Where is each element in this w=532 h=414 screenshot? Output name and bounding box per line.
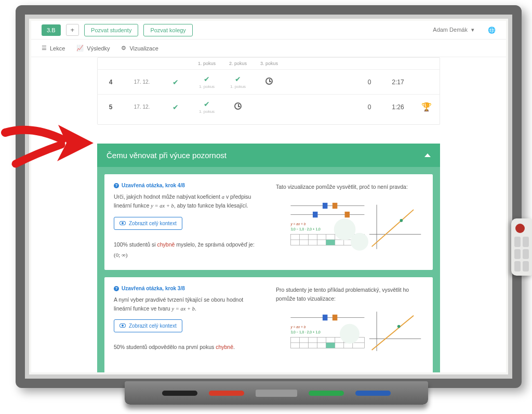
check-icon: ✔: [204, 75, 210, 83]
stats-text: 100% studentů si chybně myslelo, že sprá…: [114, 241, 261, 248]
tab-results-label: Výsledky: [87, 45, 110, 51]
tab-results[interactable]: 📈 Výsledky: [76, 45, 110, 51]
attention-title: Čemu věnovat při výuce pozornost: [107, 151, 227, 160]
row-number: 4: [98, 73, 124, 91]
app-root: 3.B + Pozvat studenty Pozvat kolegy Adam…: [31, 21, 506, 372]
show-context-button[interactable]: Zobrazit celý kontext: [114, 217, 182, 230]
stats-text: 50% studentů odpovědělo na první pokus c…: [114, 344, 261, 350]
collapse-up-icon: [424, 153, 431, 157]
svg-text:y = ax + b: y = ax + b: [290, 325, 305, 329]
invite-students-button[interactable]: Pozvat studenty: [84, 24, 138, 36]
svg-rect-25: [323, 315, 327, 320]
content-area: 1. pokus 2. pokus 3. pokus 4 17. 12.: [31, 57, 506, 372]
smartboard-frame: 3.B + Pozvat studenty Pozvat kolegy Adam…: [16, 5, 522, 388]
trophy-icon: 🏆: [421, 102, 432, 111]
svg-rect-38: [326, 343, 335, 348]
svg-point-23: [351, 233, 368, 251]
invite-colleagues-button[interactable]: Pozvat kolegy: [143, 24, 192, 36]
chart-icon: 📈: [76, 45, 84, 51]
attention-panel: Čemu věnovat při výuce pozornost ? Uzavř…: [97, 144, 440, 372]
row-date: 17. 12.: [124, 99, 160, 115]
smartboard-remote: [511, 218, 532, 276]
check-icon: ✔: [204, 100, 210, 108]
list-icon: ☰: [42, 45, 47, 51]
svg-text:3,0 − 1,0 · 2,0 + 1,0: 3,0 − 1,0 · 2,0 + 1,0: [290, 330, 321, 334]
viz-intro-text: Pro studenty je tento příklad problemati…: [276, 286, 423, 303]
results-table: 1. pokus 2. pokus 3. pokus 4 17. 12.: [97, 57, 440, 125]
tab-lessons-label: Lekce: [50, 45, 65, 51]
smartboard-screen: 3.B + Pozvat studenty Pozvat kolegy Adam…: [31, 21, 506, 372]
svg-point-43: [340, 324, 360, 344]
viz-thumbnail[interactable]: y = ax + b 3,0 − 1,0 · 2,0 + 1,0: [276, 310, 423, 372]
user-menu[interactable]: Adam Demák ▾: [433, 27, 474, 33]
svg-text:3,0 − 1,0 · 2,0 + 1,0: 3,0 − 1,0 · 2,0 + 1,0: [290, 227, 321, 231]
check-icon: ✔: [172, 78, 179, 86]
eye-icon: [119, 324, 126, 328]
question-text: A nyní vyber pravdivé tvrzení týkající s…: [114, 295, 261, 313]
add-class-button[interactable]: +: [66, 24, 79, 36]
attempt-1-header: 1. pokus: [191, 58, 222, 69]
question-label: ? Uzavřená otázka, krok 3/8: [114, 286, 261, 291]
svg-rect-17: [326, 240, 335, 245]
check-icon: ✔: [172, 103, 179, 111]
attempt-3-header: 3. pokus: [254, 58, 285, 69]
svg-line-41: [372, 316, 414, 350]
svg-rect-2: [332, 203, 337, 209]
row-date: 17. 12.: [124, 74, 160, 90]
user-name: Adam Demák: [433, 27, 468, 33]
question-icon: ?: [114, 286, 119, 291]
question-icon: ?: [114, 183, 119, 188]
attempt-sublabel: 1. pokus: [222, 84, 254, 89]
attempt-sublabel: 1. pokus: [191, 109, 222, 114]
annotation-arrow: [0, 114, 96, 172]
viz-intro-text: Tato vizualizace pomůže vysvětlit, proč …: [276, 183, 423, 191]
attention-card: ? Uzavřená otázka, krok 3/8 A nyní vyber…: [104, 277, 433, 372]
svg-rect-26: [332, 315, 337, 320]
results-header-row: 1. pokus 2. pokus 3. pokus: [98, 58, 440, 69]
svg-line-20: [372, 210, 414, 247]
attempt-sublabel: 1. pokus: [191, 84, 222, 89]
check-icon: ✔: [235, 75, 241, 83]
viz-thumbnail[interactable]: y = ax + b 3,0 − 1,0 · 2,0 + 1,0: [276, 198, 423, 261]
attention-header[interactable]: Čemu věnovat při výuce pozornost: [97, 144, 440, 167]
svg-rect-5: [345, 212, 350, 217]
sliders-icon: ⚙: [121, 45, 126, 51]
tab-lessons[interactable]: ☰ Lekce: [42, 45, 65, 51]
svg-rect-4: [313, 212, 317, 217]
row-number: 5: [98, 98, 124, 116]
wrong-answer: (0; ∞): [114, 252, 261, 258]
language-globe-icon[interactable]: 🌐: [488, 27, 496, 34]
clock-icon: [265, 77, 273, 85]
row-time: 1:26: [382, 98, 414, 116]
clock-icon: [234, 102, 242, 110]
row-score: 0: [356, 98, 382, 116]
attention-card: ? Uzavřená otázka, krok 4/8 Urči, jakých…: [104, 174, 433, 270]
top-bar: 3.B + Pozvat studenty Pozvat kolegy Adam…: [31, 21, 506, 40]
question-label: ? Uzavřená otázka, krok 4/8: [114, 183, 261, 188]
question-text: Urči, jakých hodnot může nabývat koefici…: [114, 192, 261, 211]
smartboard-pen-tray: [125, 381, 428, 405]
tabs-bar: ☰ Lekce 📈 Výsledky ⚙ Vizualizace: [31, 40, 506, 57]
caret-down-icon: ▾: [471, 27, 474, 33]
table-row[interactable]: 4 17. 12. ✔ ✔1. pokus ✔1. pokus 0 2:17: [98, 69, 440, 94]
table-row[interactable]: 5 17. 12. ✔ ✔1. pokus 0 1:26 🏆: [98, 94, 440, 119]
attention-body: ? Uzavřená otázka, krok 4/8 Urči, jakých…: [97, 167, 440, 372]
row-time: 2:17: [382, 73, 414, 91]
row-score: 0: [356, 73, 382, 91]
svg-rect-1: [323, 203, 327, 209]
attempt-2-header: 2. pokus: [222, 58, 254, 69]
svg-point-42: [397, 325, 401, 328]
tab-visualization[interactable]: ⚙ Vizualizace: [121, 45, 158, 51]
tab-visualization-label: Vizualizace: [129, 45, 158, 51]
svg-text:y = ax + b: y = ax + b: [290, 223, 305, 227]
eye-icon: [119, 221, 126, 225]
show-context-button[interactable]: Zobrazit celý kontext: [114, 319, 182, 332]
class-pill[interactable]: 3.B: [42, 24, 61, 36]
svg-point-21: [400, 219, 403, 222]
